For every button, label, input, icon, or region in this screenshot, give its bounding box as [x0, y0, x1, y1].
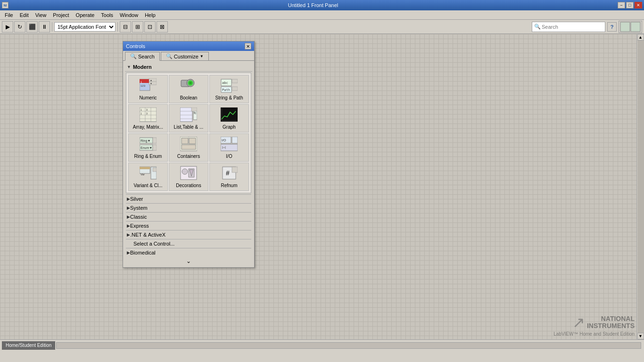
- svg-text:Var: Var: [140, 173, 145, 176]
- modern-header[interactable]: ▼ Modern: [125, 63, 252, 72]
- search-toolbar-icon: 🔍: [534, 24, 541, 30]
- boolean-label: Boolean: [180, 95, 198, 101]
- edition-badge: Home/Student Edition: [2, 341, 55, 350]
- tab-customize[interactable]: 🔍 Customize ▼: [161, 52, 209, 60]
- reorder-button[interactable]: ⊠: [157, 21, 168, 33]
- font-selector[interactable]: 15pt Application Font: [54, 22, 116, 32]
- grid-item-string[interactable]: abc Path String & Path: [209, 75, 249, 103]
- graph-svg: [221, 107, 238, 123]
- panel-header: Controls ✕: [123, 41, 254, 51]
- menu-window[interactable]: Window: [117, 11, 141, 19]
- containers-svg: [180, 137, 197, 152]
- grid-item-boolean[interactable]: Boolean: [169, 75, 208, 103]
- panel-tabs: 🔍 Search 🔍 Customize ▼: [123, 51, 254, 61]
- menu-view[interactable]: View: [33, 11, 50, 19]
- grid-item-containers[interactable]: Containers: [169, 133, 208, 162]
- io-icon: I/O: [221, 136, 238, 153]
- scroll-up-button[interactable]: ▲: [637, 34, 644, 41]
- ring-label: Ring & Enum: [134, 154, 162, 159]
- controls-grid: 1 123 ▲ ▼ Numeric: [126, 73, 251, 193]
- section-dotnet[interactable]: ▶ .NET & ActiveX: [125, 230, 252, 239]
- menu-help[interactable]: Help: [142, 11, 158, 19]
- section-express[interactable]: ▶ Express: [125, 222, 252, 230]
- boolean-svg: [180, 78, 197, 93]
- stop-button[interactable]: ⬛: [26, 21, 38, 33]
- grid-item-graph[interactable]: Graph: [209, 104, 249, 132]
- svg-text:123: 123: [140, 84, 146, 87]
- grid-item-refnum[interactable]: # Refnum: [209, 163, 249, 191]
- section-select-control[interactable]: Select a Control...: [125, 239, 252, 248]
- svg-text:3: 3: [146, 108, 148, 111]
- classic-label: Classic: [130, 214, 147, 220]
- variant-label: Variant & Cl...: [134, 183, 163, 189]
- svg-rect-53: [232, 137, 238, 143]
- array-svg: 1 3 1 3: [140, 107, 157, 123]
- ring-svg: Ring▼ Enum▼: [140, 137, 157, 152]
- svg-rect-0: [620, 22, 630, 32]
- resize-button[interactable]: ⊡: [144, 21, 156, 33]
- scroll-down-button[interactable]: ▼: [637, 333, 644, 339]
- panel-title: Controls: [126, 43, 145, 49]
- help-button[interactable]: ?: [607, 22, 617, 32]
- customize-dropdown-icon: ▼: [200, 54, 204, 58]
- toolbar-separator-1: [52, 22, 52, 32]
- grid-item-io[interactable]: I/O I/O: [209, 133, 249, 162]
- scroll-track[interactable]: [637, 41, 644, 333]
- right-scrollbar: ▲ ▼: [636, 34, 644, 339]
- run-continuous-button[interactable]: ↻: [14, 21, 25, 33]
- menu-project[interactable]: Project: [50, 11, 72, 19]
- panel-close-button[interactable]: ✕: [245, 43, 251, 49]
- svg-text:Path: Path: [222, 88, 230, 92]
- run-button[interactable]: ▶: [2, 21, 13, 33]
- close-button[interactable]: ✕: [635, 2, 642, 8]
- menu-tools[interactable]: Tools: [98, 11, 116, 19]
- io-svg: I/O: [221, 137, 238, 152]
- svg-text:fc: fc: [194, 111, 197, 115]
- express-label: Express: [130, 223, 149, 229]
- pause-button[interactable]: ⏸: [39, 21, 50, 33]
- grid-item-list[interactable]: fc List,Table & ...: [169, 104, 208, 132]
- distribute-button[interactable]: ⊞: [132, 21, 143, 33]
- ni-text-block: NATIONAL INSTRUMENTS: [587, 315, 635, 330]
- search-input[interactable]: [542, 24, 603, 30]
- section-system[interactable]: ▶ System: [125, 204, 252, 212]
- align-button[interactable]: ⊟: [120, 21, 131, 33]
- section-biomedical[interactable]: ▶ Biomedical: [125, 248, 252, 257]
- section-silver[interactable]: ▶ Silver: [125, 195, 252, 203]
- ni-watermark: ↗ NATIONAL INSTRUMENTS LabVIEW™ Home and…: [553, 313, 635, 337]
- svg-rect-30: [180, 107, 192, 122]
- silver-arrow-icon: ▶: [127, 197, 130, 201]
- menu-operate[interactable]: Operate: [73, 11, 98, 19]
- menu-bar: File Edit View Project Operate Tools Win…: [0, 10, 644, 20]
- ni-logo-icon: NI: [2, 2, 8, 8]
- section-classic[interactable]: ▶ Classic: [125, 213, 252, 221]
- svg-text:▲: ▲: [150, 79, 152, 82]
- tab-search[interactable]: 🔍 Search: [125, 52, 160, 61]
- menu-edit[interactable]: Edit: [17, 11, 32, 19]
- grid-item-numeric[interactable]: 1 123 ▲ ▼ Numeric: [128, 75, 168, 103]
- main-area[interactable]: Controls ✕ 🔍 Search 🔍 Customize ▼ ▼ Mode…: [0, 34, 644, 351]
- numeric-label: Numeric: [139, 95, 157, 101]
- minimize-button[interactable]: −: [618, 2, 625, 8]
- ni-arrow-icon: ↗: [572, 313, 585, 331]
- grid-item-array[interactable]: 1 3 1 3 Array, Matrix...: [128, 104, 168, 132]
- string-icon: abc Path: [221, 77, 238, 94]
- panel-scroll-down[interactable]: ⌄: [125, 257, 252, 265]
- svg-rect-1: [631, 22, 640, 32]
- grid-panel: [619, 21, 642, 33]
- dotnet-label: .NET & ActiveX: [130, 232, 165, 238]
- string-label: String & Path: [215, 95, 243, 101]
- grid-item-variant[interactable]: Var Variant & Cl...: [128, 163, 168, 191]
- refnum-icon: #: [221, 165, 238, 182]
- bottom-scrollbar[interactable]: [56, 342, 641, 349]
- system-arrow-icon: ▶: [127, 206, 130, 210]
- svg-text:▼: ▼: [150, 82, 152, 85]
- grid-item-ring[interactable]: Ring▼ Enum▼ Ring & Enum: [128, 133, 168, 162]
- grid-item-decorations[interactable]: Decorations: [169, 163, 208, 191]
- title-bar: NI Untitled 1 Front Panel − □ ✕: [0, 0, 644, 10]
- menu-file[interactable]: File: [2, 11, 16, 19]
- maximize-button[interactable]: □: [626, 2, 634, 8]
- svg-marker-62: [153, 168, 157, 172]
- svg-text:1: 1: [140, 108, 142, 111]
- variant-svg: Var: [140, 166, 157, 181]
